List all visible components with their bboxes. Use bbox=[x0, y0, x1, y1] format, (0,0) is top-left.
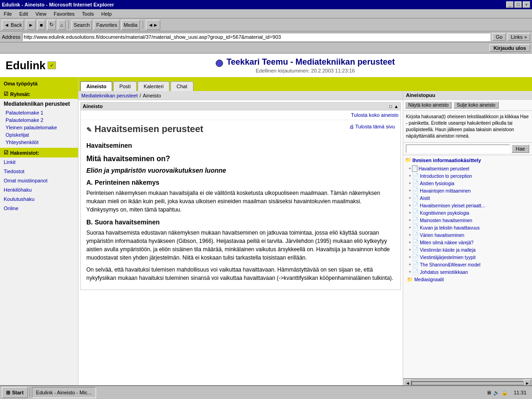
sidebar-search-input[interactable] bbox=[406, 145, 510, 153]
article-italic-title: Eliön ja ympäristön vuorovaikutuksen luo… bbox=[86, 167, 395, 174]
taskbar-right: 🖥 🔊 🔒 11:31 bbox=[486, 390, 530, 396]
tree-link-1[interactable]: Introduction to perception bbox=[420, 174, 472, 179]
go-button[interactable]: Go bbox=[492, 33, 506, 41]
tree-link-10[interactable]: Miten silmä näkee värejä? bbox=[420, 240, 473, 245]
tree-link-13[interactable]: The Shannon&Weaver model bbox=[420, 262, 480, 267]
favorites-button[interactable]: Favorites bbox=[94, 20, 119, 30]
expand-icon-11[interactable]: + bbox=[409, 248, 411, 252]
tree-link-8[interactable]: Kuvan ja tekstin havaittavuus bbox=[420, 225, 480, 230]
tree-link-11[interactable]: Viestinnän käsite ja malleja bbox=[420, 248, 475, 253]
expand-icon-6[interactable]: + bbox=[409, 211, 411, 215]
tree-link-7[interactable]: Mainosten havaitseminen bbox=[420, 218, 472, 223]
menu-favorites[interactable]: Favorites bbox=[52, 11, 76, 17]
taskbar-item-0[interactable]: Edulink - Aineisto - Mic... bbox=[32, 387, 96, 398]
expand-icon-12[interactable]: + bbox=[409, 255, 411, 260]
links-button[interactable]: Links » bbox=[508, 33, 530, 41]
menu-view[interactable]: View bbox=[34, 11, 48, 17]
sidebar-nav-muistiinpanot[interactable]: Omat muistiinpanot bbox=[0, 176, 78, 185]
sidebar-link-2[interactable]: Yleinen palautelomake bbox=[0, 124, 78, 131]
print-page-button[interactable]: 🖨 Tulosta tämä sivu bbox=[349, 124, 395, 129]
media-button[interactable]: Media bbox=[121, 20, 140, 30]
refresh-button[interactable]: ↻ bbox=[47, 20, 56, 30]
sidebar-my-desk[interactable]: Oma työpöytä bbox=[0, 78, 78, 89]
tree-item-5: + 📄 Havaitsemisen yleiset periaatt... bbox=[409, 202, 530, 209]
breadcrumb-current: Aineisto bbox=[143, 93, 161, 98]
address-input[interactable] bbox=[22, 33, 490, 41]
sidebar-nav-tiedostot[interactable]: Tiedostot bbox=[0, 167, 78, 176]
taskbar-separator bbox=[30, 388, 30, 397]
logout-button[interactable]: Kirjaudu ulos bbox=[490, 44, 530, 52]
sidebar-link-1[interactable]: Palautelomake 2 bbox=[0, 116, 78, 124]
tree-link-3[interactable]: Havaintojen mittaaminen bbox=[420, 188, 471, 193]
start-button[interactable]: ⊞ Start bbox=[2, 387, 28, 398]
horizontal-scrollbar[interactable] bbox=[411, 381, 524, 385]
tree-link-0[interactable]: Havaitsemisen perusteet bbox=[418, 166, 469, 171]
close-all-button[interactable]: Sulje koko aineisto bbox=[453, 102, 498, 109]
print-all-button[interactable]: Tulosta koko aineisto bbox=[351, 112, 399, 118]
right-sidebar: Aineistopuu Näytä koko aineisto Sulje ko… bbox=[403, 91, 532, 388]
article-panel-header: Aineisto □ ▲ bbox=[81, 103, 400, 110]
tree-link-5[interactable]: Havaitsemisen yleiset periaatt... bbox=[420, 203, 485, 208]
maximize-button[interactable]: □ bbox=[514, 1, 522, 8]
sub-section-link[interactable]: Mediasignaalit bbox=[414, 277, 444, 282]
expand-icon-13[interactable]: + bbox=[409, 262, 411, 267]
tab-aineisto[interactable]: Aineisto bbox=[80, 81, 112, 91]
expand-icon-14[interactable]: + bbox=[409, 270, 411, 274]
expand-icon-10[interactable]: + bbox=[409, 240, 411, 245]
doc-icon-12: 📄 bbox=[412, 254, 419, 260]
tab-chat[interactable]: Chat bbox=[170, 81, 193, 91]
show-all-button[interactable]: Näytä koko aineisto bbox=[405, 102, 452, 109]
sidebar-nav-online[interactable]: Online bbox=[0, 204, 78, 213]
tree-item-1: + 📄 Introduction to perception bbox=[409, 172, 530, 180]
windows-icon: ⊞ bbox=[6, 390, 10, 396]
minimize-button[interactable]: _ bbox=[506, 1, 514, 8]
doc-icon-4: 📄 bbox=[412, 195, 419, 201]
home-button[interactable]: ⌂ bbox=[58, 20, 66, 30]
sidebar-search-button[interactable]: Hae bbox=[512, 145, 529, 153]
expand-icon-8[interactable]: + bbox=[409, 225, 411, 230]
search-button[interactable]: Search bbox=[72, 20, 92, 30]
tree-link-9[interactable]: Värien havaitseminen bbox=[420, 233, 464, 238]
tree-sub-section[interactable]: 📁 Mediasignaalit bbox=[407, 277, 530, 283]
doc-icon-6: 📄 bbox=[412, 210, 419, 216]
menu-file[interactable]: File bbox=[2, 11, 14, 17]
expand-icon-5[interactable]: + bbox=[409, 203, 411, 208]
expand-icon-4[interactable]: + bbox=[409, 196, 411, 200]
tab-posti[interactable]: Posti bbox=[113, 81, 136, 91]
expand-icon-0[interactable]: + bbox=[409, 166, 411, 171]
back-button[interactable]: ◄ Back bbox=[2, 20, 24, 30]
tree-link-14[interactable]: Johdatus semiotiikkaan bbox=[420, 270, 468, 275]
sidebar-link-0[interactable]: Palautelomake 1 bbox=[0, 109, 78, 116]
menu-help[interactable]: Help bbox=[99, 11, 114, 17]
tree-link-2[interactable]: Aistien fysiologia bbox=[420, 181, 454, 186]
stop-button[interactable]: ■ bbox=[37, 20, 45, 30]
sidebar-nav-koulutushaku[interactable]: Koulutushaku bbox=[0, 194, 78, 204]
menu-tools[interactable]: Tools bbox=[80, 11, 96, 17]
taskbar-time: 11:31 bbox=[510, 390, 530, 395]
sidebar-link-4[interactable]: Yhteyshenkilöt bbox=[0, 139, 78, 146]
expand-icon-3[interactable]: + bbox=[409, 188, 411, 193]
tree-link-12[interactable]: Viestintäjärjestelmien tyypit bbox=[420, 255, 475, 260]
sidebar-link-3[interactable]: Opiskelijat bbox=[0, 131, 78, 139]
sidebar-groups-section: ☑ Ryhmät: bbox=[0, 89, 78, 99]
expand-icon-9[interactable]: + bbox=[409, 233, 411, 237]
tree-link-6[interactable]: Kognitiivinen psykologia bbox=[420, 211, 469, 216]
header-title-area: Teekkari Teemu - Mediatekniikan perustee… bbox=[84, 57, 526, 73]
sidebar-nav-henkilohaku[interactable]: Henkilöhaku bbox=[0, 185, 78, 194]
breadcrumb-link[interactable]: Mediatekniikan perusteet bbox=[81, 93, 138, 98]
expand-icon-2[interactable]: + bbox=[409, 181, 411, 186]
sidebar-nav-linkit[interactable]: Linkit bbox=[0, 157, 78, 167]
expand-icon-1[interactable]: + bbox=[409, 174, 411, 178]
minimize-panel-icon[interactable]: □ bbox=[389, 104, 392, 109]
close-button[interactable]: × bbox=[523, 1, 530, 8]
header-title-text: Teekkari Teemu - Mediatekniikan perustee… bbox=[226, 57, 394, 66]
menu-edit[interactable]: Edit bbox=[18, 11, 30, 17]
folder-icon-sub: 📁 bbox=[407, 277, 413, 283]
tab-kalenteri[interactable]: Kalenteri bbox=[138, 81, 169, 91]
tree-link-4[interactable]: Aistit bbox=[420, 196, 430, 201]
forward-button[interactable]: ► bbox=[26, 20, 36, 30]
expand-icon-7[interactable]: + bbox=[409, 218, 411, 223]
tree-item-14: + 📄 Johdatus semiotiikkaan bbox=[409, 268, 530, 276]
scroll-up-icon[interactable]: ▲ bbox=[394, 104, 399, 109]
history-button[interactable]: ◄► bbox=[146, 20, 161, 30]
